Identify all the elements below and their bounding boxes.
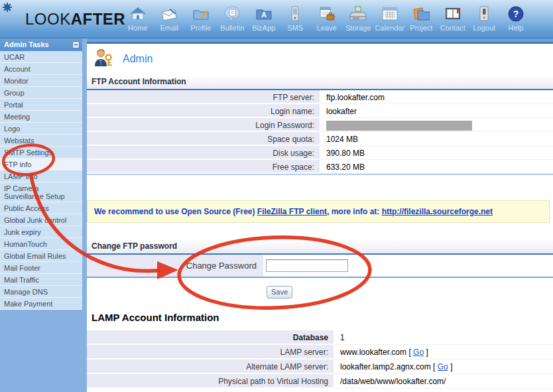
top-navigation-bar: LOOKAFTER Home Email Profile Bulletin A …: [0, 0, 553, 38]
sidebar-item-mail-footer[interactable]: Mail Footer: [0, 262, 82, 274]
nav-item-bizapp[interactable]: A BizApp: [248, 4, 280, 32]
nav-item-profile[interactable]: Profile: [185, 4, 217, 32]
sidebar-item-make-payment[interactable]: Make Payment: [0, 298, 82, 310]
svg-text:A: A: [261, 11, 266, 19]
sidebar-item-account[interactable]: Account: [0, 63, 82, 75]
nav-item-logout[interactable]: Logout: [469, 4, 501, 32]
sidebar-item-global-email-rules[interactable]: Global Email Rules: [0, 250, 82, 262]
nav-item-home[interactable]: Home: [122, 4, 154, 32]
filezilla-recommendation-note: We recommend to use Open Source (Free) F…: [87, 200, 550, 223]
sidebar-item-ip-camera-surveillance-setup[interactable]: IP Camera Surveillance Setup: [0, 182, 82, 202]
sidebar-item-junk-expiry[interactable]: Junk expiry: [0, 226, 82, 238]
row-value: lookafter: [320, 104, 553, 118]
sidebar-item-ucar[interactable]: UCAR: [0, 51, 82, 63]
change-password-input[interactable]: [266, 259, 348, 272]
table-row: Login name: lookafter: [87, 104, 553, 118]
svg-text:?: ?: [513, 9, 519, 19]
table-row: FTP server: ftp.lookafter.com: [87, 90, 553, 104]
bizapp-icon: A: [255, 4, 273, 23]
sidebar-item-mail-traffic[interactable]: Mail Traffic: [0, 274, 82, 286]
row-value: 390.80 MB: [320, 146, 553, 160]
row-label: LAMP server:: [87, 345, 334, 359]
nav-item-leave[interactable]: Leave: [311, 4, 343, 32]
nav-item-email[interactable]: Email: [154, 4, 186, 32]
sidebar-title: Admin Tasks: [4, 40, 49, 48]
sidebar-item-manage-dns[interactable]: Manage DNS: [0, 286, 82, 298]
sidebar-item-monitor[interactable]: Monitor: [0, 75, 82, 87]
lamp-section-header: LAMP Account Information: [87, 306, 553, 330]
page-header: Admin: [87, 44, 553, 73]
ftp-admin-page: { "topbar": { "logo": {"light": "LOOK", …: [0, 0, 553, 392]
profile-icon: [192, 4, 210, 23]
content-top-strip: [87, 38, 553, 44]
row-label: FTP server:: [87, 90, 320, 104]
admin-user-key-icon: [93, 48, 114, 70]
row-label: Disk usage:: [87, 146, 320, 160]
change-password-label: Change Password: [87, 255, 263, 277]
project-icon: [412, 4, 430, 23]
filezilla-client-link[interactable]: FileZilla FTP client: [257, 207, 327, 216]
ftp-section-header: FTP Account Information: [87, 73, 553, 90]
sidebar-item-humantouch[interactable]: HumanTouch: [0, 238, 82, 250]
nav-item-storage[interactable]: Storage: [343, 4, 375, 32]
home-icon: [129, 4, 147, 23]
nav-item-bulletin[interactable]: Bulletin: [217, 4, 249, 32]
sidebar-item-meeting[interactable]: Meeting: [0, 111, 82, 123]
save-button-row: Save: [87, 278, 553, 306]
row-value: ftp.lookafter.com: [320, 90, 553, 104]
nav-item-sms[interactable]: SMS: [280, 4, 312, 32]
sidebar-item-lamp-info[interactable]: LAMP info: [0, 170, 82, 182]
sidebar-item-smtp-settings[interactable]: SMTP Settings: [0, 147, 82, 159]
nav-item-help[interactable]: ? Help: [500, 4, 532, 32]
sidebar-item-portal[interactable]: Portal: [0, 99, 82, 111]
nav-item-project[interactable]: Project: [406, 4, 438, 32]
row-value: 1: [334, 330, 553, 345]
main-content: Admin FTP Account Information FTP server…: [87, 38, 553, 392]
row-value: www.lookafter.com [ Go ]: [334, 345, 553, 359]
row-label: Login name:: [87, 104, 320, 118]
top-nav-menu: Home Email Profile Bulletin A BizApp SMS…: [122, 4, 532, 32]
sidebar-item-logo[interactable]: Logo: [0, 123, 82, 135]
ftp-info-table: FTP server: ftp.lookafter.com Login name…: [87, 90, 553, 175]
change-password-section-header: Change FTP password: [87, 237, 553, 255]
admin-tasks-sidebar: Admin Tasks UCAR Account Monitor Group P…: [0, 38, 87, 392]
table-row: Physical path to Virtual Hosting /data/w…: [87, 374, 553, 389]
bulletin-icon: [223, 4, 241, 23]
row-label: Physical path to Virtual Hosting: [87, 374, 334, 389]
sidebar-item-webstats[interactable]: Webstats: [0, 135, 82, 147]
row-value: [320, 118, 553, 132]
row-value: lookafter.lamp2.agnx.com [ Go ]: [334, 359, 553, 374]
filezilla-url-link[interactable]: http://filezilla.sourceforge.net: [382, 207, 493, 216]
sidebar-item-group[interactable]: Group: [0, 87, 82, 99]
alternate-lamp-server-go-link[interactable]: Go: [438, 362, 448, 371]
lookafter-logo: LOOKAFTER: [25, 10, 125, 29]
sidebar-item-global-junk-control[interactable]: Global Junk control: [0, 214, 82, 226]
row-value: 633.20 MB: [320, 160, 553, 174]
calendar-icon: [381, 4, 399, 23]
page-title: Admin: [123, 53, 153, 65]
table-row: Database 1: [87, 330, 553, 345]
lamp-info-table: Database 1 LAMP server: www.lookafter.co…: [87, 330, 553, 389]
sidebar-header: Admin Tasks: [0, 38, 82, 51]
row-label: Free space:: [87, 160, 320, 174]
row-value: /data/web/www/lookafter.com/: [334, 374, 553, 389]
note-text: We recommend to use Open Source (Free): [94, 207, 257, 216]
row-value: 1024 MB: [320, 132, 553, 146]
save-button[interactable]: Save: [267, 286, 292, 298]
sidebar-item-ftp-info[interactable]: FTP info: [0, 159, 82, 170]
sidebar-item-public-access[interactable]: Public Access: [0, 202, 82, 214]
row-label: Alternate LAMP server:: [87, 359, 334, 374]
logout-icon: [475, 4, 493, 23]
sms-icon: [286, 4, 304, 23]
nav-item-contact[interactable]: Contact: [437, 4, 469, 32]
row-label: Database: [87, 330, 334, 345]
collapse-minus-icon[interactable]: [72, 41, 80, 48]
table-row: Space quota: 1024 MB: [87, 132, 553, 146]
contact-icon: [444, 4, 461, 23]
nav-item-calendar[interactable]: Calendar: [374, 4, 406, 32]
password-redaction-block: [326, 121, 472, 131]
table-row: LAMP server: www.lookafter.com [ Go ]: [87, 345, 553, 359]
change-password-row: Change Password: [87, 255, 553, 278]
storage-icon: [349, 4, 367, 23]
lamp-server-go-link[interactable]: Go: [413, 348, 424, 357]
